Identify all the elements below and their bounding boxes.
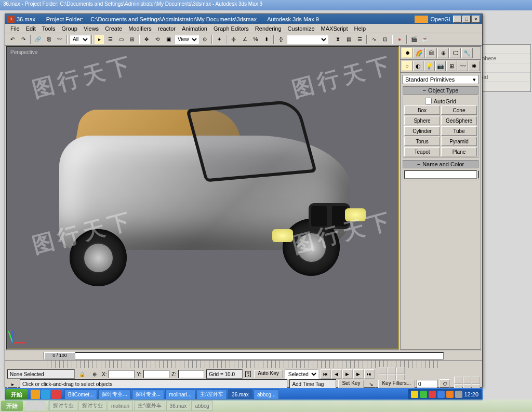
modify-tab[interactable]: 🌈: [414, 48, 425, 58]
motion-tab[interactable]: ⊕: [437, 48, 449, 58]
name-color-rollout-header[interactable]: − Name and Color: [403, 160, 478, 168]
y-coord-input[interactable]: [143, 370, 169, 378]
task-bitcomet[interactable]: BitComet...: [64, 389, 97, 400]
task-molinari[interactable]: molinari...: [165, 389, 195, 400]
task-36max[interactable]: 36.max: [228, 389, 252, 400]
scale-button[interactable]: ▣: [163, 34, 174, 45]
manipulate-button[interactable]: ✦: [214, 34, 224, 45]
time-config-button[interactable]: ⏱: [440, 379, 450, 389]
bind-spacewarp-button[interactable]: 〰: [55, 34, 65, 45]
hierarchy-tab[interactable]: 🏛: [425, 48, 437, 58]
geometry-subtab[interactable]: ○: [402, 61, 413, 71]
nav-btn[interactable]: [472, 377, 480, 384]
shapes-subtab[interactable]: ◐: [413, 61, 424, 71]
window-crossing-button[interactable]: ⊞: [127, 34, 137, 45]
torus-button[interactable]: Torus: [404, 137, 440, 146]
task-item-o1[interactable]: 探讨专业: [49, 401, 77, 411]
object-type-rollout-header[interactable]: − Object Type: [403, 86, 478, 95]
start-button-outer[interactable]: 开始: [1, 401, 23, 411]
key-filters-button[interactable]: Key Filters...: [378, 380, 415, 388]
time-slider[interactable]: 0 / 100: [44, 352, 444, 360]
rotate-button[interactable]: ⟲: [152, 34, 163, 45]
task-item-o4[interactable]: 主:\室外车: [134, 401, 165, 411]
maximize-button[interactable]: □: [462, 16, 471, 23]
link-button[interactable]: 🔗: [33, 34, 43, 45]
task-abbcg[interactable]: abbcg...: [254, 389, 280, 400]
create-tab[interactable]: ✹: [402, 48, 413, 58]
task-item-o3[interactable]: molinari: [108, 401, 133, 411]
spinner-snap-button[interactable]: ⬍: [261, 34, 272, 45]
task-item-1[interactable]: 探讨专业...: [98, 389, 130, 400]
snap-toggle-button[interactable]: ⸎: [229, 34, 239, 45]
ql-icon[interactable]: [36, 401, 46, 410]
play-button[interactable]: ▶: [342, 369, 353, 379]
tray-icon[interactable]: [446, 391, 454, 398]
cylinder-button[interactable]: Cylinder: [404, 126, 440, 136]
mirror-button[interactable]: ⧗: [332, 34, 343, 45]
percent-snap-button[interactable]: %: [250, 34, 261, 45]
menu-reactor[interactable]: reactor: [155, 24, 179, 33]
z-coord-input[interactable]: [178, 370, 204, 378]
tray-icon[interactable]: [437, 391, 445, 398]
set-key-button[interactable]: Set Key: [338, 380, 364, 388]
box-button[interactable]: Box: [404, 105, 440, 115]
menu-animation[interactable]: Animation: [179, 24, 210, 33]
select-object-button[interactable]: ▸: [94, 34, 104, 45]
maximize-viewport-button[interactable]: [463, 377, 471, 384]
start-button-inner[interactable]: 开始: [6, 389, 28, 400]
render-scene-button[interactable]: 🎬: [409, 34, 419, 45]
object-color-swatch[interactable]: [478, 171, 479, 178]
minimize-button[interactable]: _: [453, 16, 461, 23]
zoom-all-button[interactable]: [388, 367, 396, 374]
pivot-button[interactable]: ⊙: [200, 34, 210, 45]
task-item-o5[interactable]: 36.max: [166, 401, 191, 411]
select-by-name-button[interactable]: ☰: [105, 34, 115, 45]
curve-editor-button[interactable]: ∿: [369, 34, 379, 45]
next-frame-button[interactable]: ▶: [353, 369, 364, 379]
redo-button[interactable]: ↷: [18, 34, 29, 45]
ql-ie-icon[interactable]: [31, 390, 40, 399]
menu-modifiers[interactable]: Modifiers: [125, 24, 155, 33]
named-selection-dropdown[interactable]: [287, 35, 328, 44]
display-tab[interactable]: 🖵: [449, 48, 461, 58]
tube-button[interactable]: Tube: [441, 126, 477, 136]
ref-coord-dropdown[interactable]: View: [174, 35, 199, 44]
helpers-subtab[interactable]: ⊞: [446, 61, 457, 71]
ql-app-icon[interactable]: [51, 390, 61, 399]
key-mode-icon[interactable]: ↘: [366, 379, 376, 389]
zoom-button[interactable]: [379, 367, 387, 374]
close-button[interactable]: ×: [472, 16, 480, 23]
tray-icon[interactable]: [455, 391, 462, 398]
named-sets-button[interactable]: {}: [276, 34, 286, 45]
car-model[interactable]: [38, 73, 371, 302]
menu-tools[interactable]: Tools: [39, 24, 59, 33]
task-item-o6[interactable]: abbcg: [191, 401, 212, 411]
tray-icon[interactable]: [411, 391, 418, 398]
absolute-relative-button[interactable]: ⊕: [89, 369, 100, 379]
selection-filter-dropdown[interactable]: All: [69, 35, 90, 44]
time-tag[interactable]: Add Time Tag: [289, 379, 336, 389]
object-name-input[interactable]: [404, 170, 477, 179]
key-icon[interactable]: ⚿: [245, 370, 252, 378]
cone-button[interactable]: Cone: [441, 105, 477, 115]
selection-lock-button[interactable]: 🔒: [77, 369, 87, 379]
menu-edit[interactable]: Edit: [23, 24, 39, 33]
ql-icon[interactable]: [26, 401, 35, 410]
goto-end-button[interactable]: ⏭: [364, 369, 375, 379]
layer-manager-button[interactable]: ☰: [354, 34, 365, 45]
task-item-o2[interactable]: 探讨专业: [78, 401, 107, 411]
menu-group[interactable]: Group: [58, 24, 81, 33]
prev-frame-button[interactable]: ◀: [331, 369, 342, 379]
menu-create[interactable]: Create: [102, 24, 125, 33]
select-region-button[interactable]: ▭: [116, 34, 126, 45]
geometry-category-dropdown[interactable]: Standard Primitives▾: [403, 75, 478, 84]
current-frame-input[interactable]: [417, 380, 437, 388]
zoom-extents-button[interactable]: [396, 367, 405, 374]
geosphere-button[interactable]: GeoSphere: [441, 116, 477, 125]
tray-icon[interactable]: [429, 391, 436, 398]
autogrid-checkbox[interactable]: [425, 98, 432, 104]
zoom-region-button[interactable]: [454, 377, 462, 384]
systems-subtab[interactable]: ✱: [469, 61, 480, 71]
perspective-viewport[interactable]: Perspective: [7, 47, 398, 349]
menu-maxscript[interactable]: MAXScript: [318, 24, 351, 33]
